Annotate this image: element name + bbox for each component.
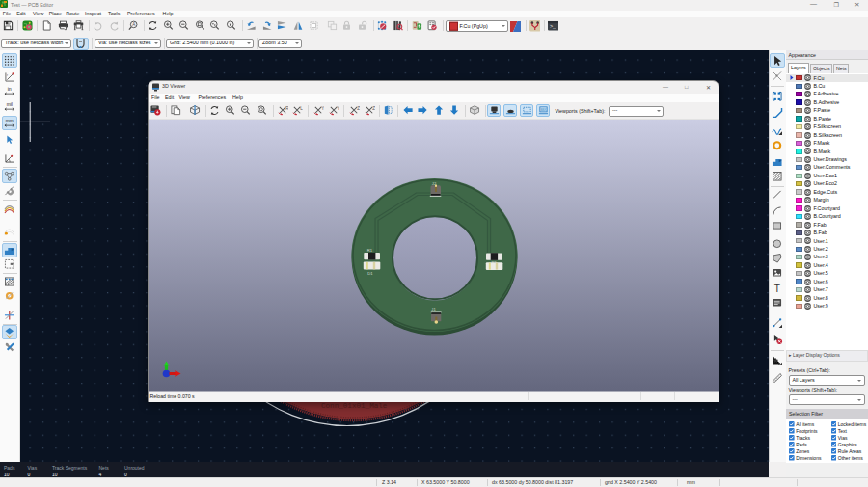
svg-text:Conn_01x01_Male: Conn_01x01_Male [321, 402, 388, 410]
svg-text:BBX: BBX [540, 107, 547, 111]
svg-text:D1: D1 [367, 271, 373, 276]
svg-text:Y: Y [321, 106, 324, 111]
svg-text:J1: J1 [431, 307, 436, 311]
svg-text:mil: mil [7, 102, 13, 107]
svg-text:r: r [7, 72, 9, 76]
svg-text:R1: R1 [366, 248, 372, 253]
svg-text:A: A [132, 22, 136, 27]
svg-text:Z: Z [357, 106, 360, 111]
svg-text:>_: >_ [549, 24, 556, 30]
svg-text:T: T [774, 283, 780, 293]
svg-text:Y: Y [337, 106, 339, 111]
svg-text:R: R [285, 106, 288, 111]
svg-text:Z: Z [372, 106, 375, 111]
svg-text:in: in [8, 87, 12, 93]
svg-text:mm: mm [6, 119, 14, 123]
svg-text:L: L [300, 106, 303, 111]
